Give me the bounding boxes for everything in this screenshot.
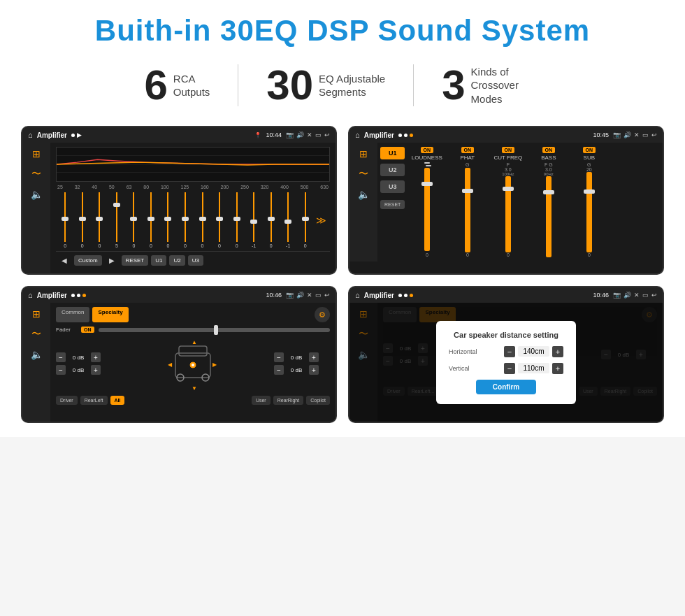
home-icon-4[interactable]: ⌂ xyxy=(355,291,360,299)
minimize-icon-eq[interactable]: ▭ xyxy=(315,131,322,138)
eq-slider-4[interactable]: 0 xyxy=(126,192,142,248)
speaker-icon-2[interactable]: 🔈 xyxy=(358,189,370,200)
btn-rearright[interactable]: RearRight xyxy=(273,396,304,405)
eq-slider-11[interactable]: -1 xyxy=(246,192,262,248)
eq-slider-7[interactable]: 0 xyxy=(178,192,194,248)
eq-slider-8[interactable]: 0 xyxy=(194,192,210,248)
wave-icon-3[interactable]: 〜 xyxy=(31,328,41,341)
db-minus-1[interactable]: − xyxy=(56,352,66,362)
eq-u2-btn[interactable]: U2 xyxy=(169,255,185,266)
btn-rearleft[interactable]: RearLeft xyxy=(80,396,108,405)
back-icon-eq[interactable]: ↩ xyxy=(324,131,330,138)
minimize-icon-4[interactable]: ▭ xyxy=(642,292,649,299)
sidebar-fader: ⊞ 〜 🔈 xyxy=(22,303,50,422)
db-plus-4[interactable]: + xyxy=(309,365,319,375)
close-icon-eq[interactable]: ✕ xyxy=(307,131,312,138)
eq-slider-9[interactable]: 0 xyxy=(212,192,228,248)
eq-play-btn[interactable]: ▶ xyxy=(105,255,119,266)
topbar-title-fader: Amplifier xyxy=(37,292,67,299)
topbar-title-crossover: Amplifier xyxy=(364,131,394,139)
eq-slider-2[interactable]: 0 xyxy=(92,192,108,248)
back-icon-3[interactable]: ↩ xyxy=(324,292,330,299)
fader-main: Common Specialty ⚙ Fader ON xyxy=(50,303,336,422)
cutfreq-slider[interactable] xyxy=(505,176,511,252)
eq-slider-14[interactable]: 0 xyxy=(297,192,313,248)
eq-sliders-row: 00050000000-10-10≫ xyxy=(56,192,330,248)
svg-text:◀: ◀ xyxy=(168,361,173,368)
wave-icon[interactable]: 〜 xyxy=(31,168,41,180)
db-control-3: − 0 dB + xyxy=(274,352,330,362)
u1-button[interactable]: U1 xyxy=(380,147,405,159)
phat-slider[interactable] xyxy=(465,168,470,252)
back-icon-4[interactable]: ↩ xyxy=(651,292,657,299)
eq-icon-3[interactable]: ⊞ xyxy=(32,308,41,320)
fader-slider[interactable] xyxy=(99,328,331,332)
db-plus-3[interactable]: + xyxy=(309,352,319,362)
eq-reset-btn[interactable]: RESET xyxy=(122,255,149,266)
eq-slider-1[interactable]: 0 xyxy=(75,192,91,248)
eq-slider-5[interactable]: 0 xyxy=(143,192,159,248)
stat-label-rca: RCAOutputs xyxy=(173,72,210,99)
speaker-icon[interactable]: 🔈 xyxy=(31,189,43,200)
eq-u1-btn[interactable]: U1 xyxy=(151,255,166,266)
home-icon[interactable]: ⌂ xyxy=(28,131,33,139)
speaker-icon-3[interactable]: 🔈 xyxy=(31,349,43,360)
btn-copilot[interactable]: Copilot xyxy=(306,396,330,405)
btn-driver[interactable]: Driver xyxy=(56,396,78,405)
db-minus-2[interactable]: − xyxy=(56,365,66,375)
screen-eq: ⌂ Amplifier ▶ 📍 10:44 📷 🔊 ✕ ▭ ↩ xyxy=(21,126,337,275)
eq-back-btn[interactable]: ◀ xyxy=(57,255,71,266)
vertical-plus-btn[interactable]: + xyxy=(552,363,563,374)
dialog-vertical-label: Vertical xyxy=(449,365,487,372)
eq-icon[interactable]: ⊞ xyxy=(32,148,41,159)
home-icon-2[interactable]: ⌂ xyxy=(355,131,360,139)
minimize-icon-3[interactable]: ▭ xyxy=(315,292,322,299)
horizontal-minus-btn[interactable]: − xyxy=(504,346,515,357)
eq-icon-2[interactable]: ⊞ xyxy=(359,148,368,159)
tab-common[interactable]: Common xyxy=(56,307,89,322)
u2-button[interactable]: U2 xyxy=(380,164,405,176)
camera-icon-eq: 📷 xyxy=(286,131,294,138)
eq-slider-0[interactable]: 0 xyxy=(57,192,73,248)
page-title: Buith-in 30EQ DSP Sound System xyxy=(21,14,664,48)
home-icon-3[interactable]: ⌂ xyxy=(28,291,33,299)
u3-button[interactable]: U3 xyxy=(380,180,405,193)
stats-row: 6 RCAOutputs 30 EQ AdjustableSegments 3 … xyxy=(21,64,664,106)
wave-icon-2[interactable]: 〜 xyxy=(359,168,368,180)
eq-slider-3[interactable]: 5 xyxy=(109,192,125,248)
db-plus-2[interactable]: + xyxy=(91,365,101,375)
minimize-icon-2[interactable]: ▭ xyxy=(642,131,649,138)
eq-u3-btn[interactable]: U3 xyxy=(188,255,203,266)
eq-slider-12[interactable]: 0 xyxy=(263,192,279,248)
eq-custom-btn[interactable]: Custom xyxy=(74,255,102,266)
bottom-buttons-fader: Driver RearLeft All User RearRight Copil… xyxy=(56,396,330,405)
horizontal-plus-btn[interactable]: + xyxy=(552,346,563,357)
fader-thumb xyxy=(214,325,218,335)
vertical-minus-btn[interactable]: − xyxy=(504,363,515,374)
db-plus-1[interactable]: + xyxy=(91,352,101,362)
eq-slider-10[interactable]: 0 xyxy=(229,192,245,248)
db-minus-4[interactable]: − xyxy=(274,365,284,375)
eq-next-btn[interactable]: ≫ xyxy=(315,215,329,226)
close-icon-3[interactable]: ✕ xyxy=(307,292,312,299)
tab-specialty[interactable]: Specialty xyxy=(92,307,128,322)
btn-user[interactable]: User xyxy=(252,396,271,405)
btn-all[interactable]: All xyxy=(110,396,125,405)
crossover-reset-btn[interactable]: RESET xyxy=(380,200,405,209)
confirm-button[interactable]: Confirm xyxy=(476,380,536,394)
channel-cutfreq: ON CUT FREQ F 3.0 100Hz 0 xyxy=(489,147,527,257)
eq-slider-6[interactable]: 0 xyxy=(160,192,176,248)
sub-slider[interactable] xyxy=(586,172,592,252)
close-icon-4[interactable]: ✕ xyxy=(634,292,640,299)
horizontal-value: 140cm xyxy=(518,346,549,357)
fader-control-row: Fader ON xyxy=(56,327,330,333)
loudness-on: ON xyxy=(421,147,434,153)
db-minus-3[interactable]: − xyxy=(274,352,284,362)
settings-icon[interactable]: ⚙ xyxy=(315,307,330,322)
eq-slider-13[interactable]: -1 xyxy=(280,192,296,248)
back-icon-2[interactable]: ↩ xyxy=(651,131,657,138)
loudness-slider[interactable] xyxy=(424,168,430,251)
close-icon-2[interactable]: ✕ xyxy=(634,131,640,138)
volume-icon-2: 🔊 xyxy=(623,131,631,138)
bass-slider[interactable] xyxy=(546,176,551,257)
